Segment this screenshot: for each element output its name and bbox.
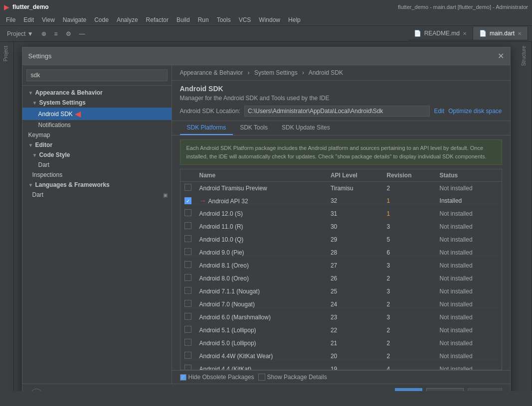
table-row[interactable]: Android 7.1.1 (Nougat) 25 3 Not installe… bbox=[180, 285, 502, 298]
sdk-table-container[interactable]: Name API Level Revision Status Android T… bbox=[180, 169, 502, 370]
row-checkbox[interactable] bbox=[184, 274, 191, 281]
help-button[interactable]: ? bbox=[30, 389, 42, 391]
menu-view[interactable]: View bbox=[38, 15, 59, 24]
row-checkbox[interactable] bbox=[184, 184, 191, 191]
table-row[interactable]: Android 5.1 (Lollipop) 22 2 Not installe… bbox=[180, 324, 502, 337]
row-checkbox[interactable] bbox=[184, 339, 191, 346]
sdk-tab-platforms[interactable]: SDK Platforms bbox=[180, 121, 233, 135]
menu-run[interactable]: Run bbox=[194, 15, 213, 24]
project-dropdown[interactable]: Project ▼ bbox=[4, 29, 36, 38]
tab-main-dart-close[interactable]: ✕ bbox=[518, 31, 522, 36]
row-checkbox-cell bbox=[180, 220, 195, 233]
table-row[interactable]: Android 8.1 (Oreo) 27 3 Not installed bbox=[180, 259, 502, 272]
table-row[interactable]: Android 6.0 (Marshmallow) 23 3 Not insta… bbox=[180, 311, 502, 324]
table-row[interactable]: Android 8.0 (Oreo) 26 2 Not installed bbox=[180, 272, 502, 285]
row-checkbox[interactable]: ✓ bbox=[184, 197, 191, 204]
menu-help[interactable]: Help bbox=[284, 15, 305, 24]
breadcrumb-sep-2: › bbox=[302, 69, 304, 76]
row-revision: 4 bbox=[382, 363, 435, 371]
apply-button[interactable]: Apply bbox=[468, 388, 502, 391]
table-row[interactable]: Android 12.0 (S) 31 1 Not installed bbox=[180, 207, 502, 220]
toolbar-btn-1[interactable]: ⊕ bbox=[38, 29, 49, 38]
menu-navigate[interactable]: Navigate bbox=[59, 15, 90, 24]
menu-vcs[interactable]: VCS bbox=[235, 15, 255, 24]
row-checkbox[interactable] bbox=[184, 287, 191, 294]
table-row[interactable]: ✓ →Android API 32 32 1 Installed bbox=[180, 195, 502, 207]
show-package-details-label[interactable]: Show Package Details bbox=[258, 374, 327, 381]
menu-file[interactable]: File bbox=[2, 15, 19, 24]
toolbar-btn-4[interactable]: — bbox=[76, 29, 88, 38]
tree-keymap[interactable]: Keymap bbox=[22, 130, 172, 140]
table-row[interactable]: Android 5.0 (Lollipop) 21 2 Not installe… bbox=[180, 337, 502, 350]
col-name[interactable]: Name bbox=[195, 169, 327, 182]
tree-code-style[interactable]: ▼ Code Style bbox=[22, 150, 172, 160]
sdk-tab-tools[interactable]: SDK Tools bbox=[233, 121, 275, 135]
row-name: Android 5.1 (Lollipop) bbox=[195, 324, 327, 337]
show-package-details-checkbox[interactable] bbox=[258, 374, 265, 381]
row-checkbox[interactable] bbox=[184, 352, 191, 359]
settings-search-input[interactable] bbox=[26, 69, 168, 81]
table-row[interactable]: Android 10.0 (Q) 29 5 Not installed bbox=[180, 233, 502, 246]
ok-button[interactable]: OK bbox=[395, 388, 422, 391]
menu-refactor[interactable]: Refactor bbox=[142, 15, 173, 24]
tree-system-settings[interactable]: ▼ System Settings bbox=[22, 98, 172, 108]
table-row[interactable]: Android 11.0 (R) 30 3 Not installed bbox=[180, 220, 502, 233]
tab-readme-close[interactable]: ✕ bbox=[463, 31, 467, 36]
menu-analyze[interactable]: Analyze bbox=[113, 15, 142, 24]
col-api[interactable]: API Level bbox=[327, 169, 383, 182]
tree-dart-code-style[interactable]: Dart bbox=[22, 160, 172, 170]
tree-appearance-behavior[interactable]: ▼ Appearance & Behavior bbox=[22, 88, 172, 98]
row-status: Not installed bbox=[436, 298, 502, 311]
row-checkbox[interactable] bbox=[184, 365, 191, 370]
dialog-body: ▼ Appearance & Behavior ▼ System Setting… bbox=[22, 65, 510, 384]
row-checkbox[interactable] bbox=[184, 222, 191, 229]
optimize-link[interactable]: Optimize disk space bbox=[448, 108, 502, 115]
menu-build[interactable]: Build bbox=[173, 15, 194, 24]
row-checkbox-cell bbox=[180, 363, 195, 371]
hide-obsolete-checkbox[interactable]: ✓ bbox=[180, 374, 186, 381]
row-checkbox[interactable] bbox=[184, 261, 191, 268]
main-layout: Project Settings ✕ ▼ bbox=[0, 42, 532, 391]
tree-editor[interactable]: ▼ Editor bbox=[22, 140, 172, 150]
toolbar-btn-2[interactable]: ≡ bbox=[51, 29, 61, 38]
hide-obsolete-label[interactable]: ✓ Hide Obsolete Packages bbox=[180, 374, 254, 381]
sdk-tab-update-sites[interactable]: SDK Update Sites bbox=[275, 121, 337, 135]
title-bar: ▶ flutter_demo flutter_demo - main.dart … bbox=[0, 0, 532, 14]
col-revision[interactable]: Revision bbox=[382, 169, 435, 182]
row-checkbox[interactable] bbox=[184, 248, 191, 255]
menu-window[interactable]: Window bbox=[255, 15, 284, 24]
row-checkbox[interactable] bbox=[184, 235, 191, 242]
menu-edit[interactable]: Edit bbox=[19, 15, 38, 24]
row-checkbox-cell bbox=[180, 337, 195, 350]
row-checkbox-cell bbox=[180, 246, 195, 259]
tree-inspections[interactable]: Inspections bbox=[22, 170, 172, 180]
table-row[interactable]: Android 4.4 (KitKat) 19 4 Not installed bbox=[180, 363, 502, 371]
tree-android-sdk[interactable]: Android SDK ◀ bbox=[22, 108, 172, 120]
tab-main-dart[interactable]: 📄 main.dart ✕ bbox=[473, 27, 528, 40]
row-checkbox[interactable] bbox=[184, 313, 191, 320]
menu-code[interactable]: Code bbox=[90, 15, 113, 24]
dialog-close-button[interactable]: ✕ bbox=[498, 51, 504, 61]
row-revision: 2 bbox=[382, 350, 435, 363]
row-checkbox[interactable] bbox=[184, 326, 191, 333]
row-revision: 6 bbox=[382, 246, 435, 259]
tree-dart-lang[interactable]: Dart ▣ bbox=[22, 190, 172, 200]
tree-languages-frameworks[interactable]: ▼ Languages & Frameworks bbox=[22, 180, 172, 190]
row-checkbox[interactable] bbox=[184, 300, 191, 307]
toolbar-btn-3[interactable]: ⚙ bbox=[63, 29, 74, 38]
row-checkbox[interactable] bbox=[184, 209, 191, 216]
menu-tools[interactable]: Tools bbox=[213, 15, 235, 24]
row-checkbox-cell bbox=[180, 324, 195, 337]
table-row[interactable]: Android 9.0 (Pie) 28 6 Not installed bbox=[180, 246, 502, 259]
sdk-location-input[interactable] bbox=[244, 106, 430, 117]
table-row[interactable]: Android Tiramisu Preview Tiramisu 2 Not … bbox=[180, 182, 502, 195]
table-row[interactable]: Android 7.0 (Nougat) 24 2 Not installed bbox=[180, 298, 502, 311]
tree-notifications[interactable]: Notifications bbox=[22, 120, 172, 130]
row-name: Android Tiramisu Preview bbox=[195, 182, 327, 195]
page-title: Android SDK bbox=[180, 85, 502, 93]
cancel-button[interactable]: Cancel bbox=[426, 388, 464, 391]
col-status[interactable]: Status bbox=[436, 169, 502, 182]
edit-link[interactable]: Edit bbox=[434, 108, 444, 115]
table-row[interactable]: Android 4.4W (KitKat Wear) 20 2 Not inst… bbox=[180, 350, 502, 363]
tab-readme[interactable]: 📄 README.md ✕ bbox=[408, 27, 473, 40]
